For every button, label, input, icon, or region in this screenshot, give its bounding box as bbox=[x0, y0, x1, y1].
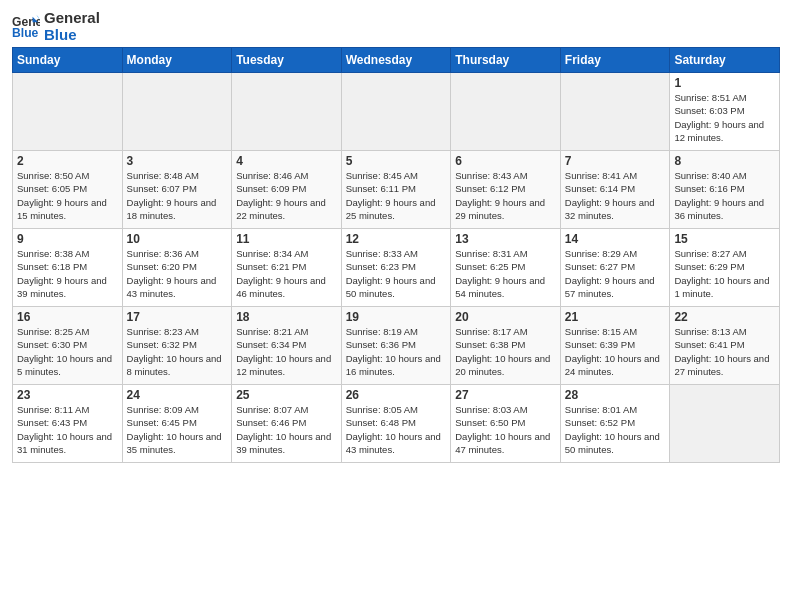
day-cell: 4Sunrise: 8:46 AM Sunset: 6:09 PM Daylig… bbox=[232, 151, 342, 229]
day-number: 11 bbox=[236, 232, 337, 246]
week-row-1: 2Sunrise: 8:50 AM Sunset: 6:05 PM Daylig… bbox=[13, 151, 780, 229]
day-cell bbox=[341, 73, 451, 151]
day-info: Sunrise: 8:46 AM Sunset: 6:09 PM Dayligh… bbox=[236, 169, 337, 222]
day-info: Sunrise: 8:27 AM Sunset: 6:29 PM Dayligh… bbox=[674, 247, 775, 300]
week-row-2: 9Sunrise: 8:38 AM Sunset: 6:18 PM Daylig… bbox=[13, 229, 780, 307]
day-info: Sunrise: 8:50 AM Sunset: 6:05 PM Dayligh… bbox=[17, 169, 118, 222]
col-header-wednesday: Wednesday bbox=[341, 48, 451, 73]
day-number: 26 bbox=[346, 388, 447, 402]
day-number: 9 bbox=[17, 232, 118, 246]
day-info: Sunrise: 8:41 AM Sunset: 6:14 PM Dayligh… bbox=[565, 169, 666, 222]
logo-icon: General Blue bbox=[12, 13, 40, 41]
day-info: Sunrise: 8:15 AM Sunset: 6:39 PM Dayligh… bbox=[565, 325, 666, 378]
col-header-monday: Monday bbox=[122, 48, 232, 73]
day-number: 3 bbox=[127, 154, 228, 168]
day-info: Sunrise: 8:23 AM Sunset: 6:32 PM Dayligh… bbox=[127, 325, 228, 378]
day-info: Sunrise: 8:09 AM Sunset: 6:45 PM Dayligh… bbox=[127, 403, 228, 456]
day-info: Sunrise: 8:19 AM Sunset: 6:36 PM Dayligh… bbox=[346, 325, 447, 378]
day-cell: 11Sunrise: 8:34 AM Sunset: 6:21 PM Dayli… bbox=[232, 229, 342, 307]
day-cell bbox=[451, 73, 561, 151]
header-row-days: SundayMondayTuesdayWednesdayThursdayFrid… bbox=[13, 48, 780, 73]
week-row-3: 16Sunrise: 8:25 AM Sunset: 6:30 PM Dayli… bbox=[13, 307, 780, 385]
day-cell bbox=[560, 73, 670, 151]
col-header-saturday: Saturday bbox=[670, 48, 780, 73]
day-cell: 18Sunrise: 8:21 AM Sunset: 6:34 PM Dayli… bbox=[232, 307, 342, 385]
day-number: 2 bbox=[17, 154, 118, 168]
day-cell: 26Sunrise: 8:05 AM Sunset: 6:48 PM Dayli… bbox=[341, 385, 451, 463]
day-cell: 14Sunrise: 8:29 AM Sunset: 6:27 PM Dayli… bbox=[560, 229, 670, 307]
day-info: Sunrise: 8:03 AM Sunset: 6:50 PM Dayligh… bbox=[455, 403, 556, 456]
day-cell: 24Sunrise: 8:09 AM Sunset: 6:45 PM Dayli… bbox=[122, 385, 232, 463]
day-info: Sunrise: 8:25 AM Sunset: 6:30 PM Dayligh… bbox=[17, 325, 118, 378]
day-number: 5 bbox=[346, 154, 447, 168]
day-info: Sunrise: 8:33 AM Sunset: 6:23 PM Dayligh… bbox=[346, 247, 447, 300]
day-number: 27 bbox=[455, 388, 556, 402]
day-info: Sunrise: 8:11 AM Sunset: 6:43 PM Dayligh… bbox=[17, 403, 118, 456]
day-number: 14 bbox=[565, 232, 666, 246]
day-cell: 16Sunrise: 8:25 AM Sunset: 6:30 PM Dayli… bbox=[13, 307, 123, 385]
day-cell: 21Sunrise: 8:15 AM Sunset: 6:39 PM Dayli… bbox=[560, 307, 670, 385]
logo-blue: Blue bbox=[44, 27, 100, 44]
day-cell: 5Sunrise: 8:45 AM Sunset: 6:11 PM Daylig… bbox=[341, 151, 451, 229]
day-number: 18 bbox=[236, 310, 337, 324]
day-cell: 10Sunrise: 8:36 AM Sunset: 6:20 PM Dayli… bbox=[122, 229, 232, 307]
day-info: Sunrise: 8:31 AM Sunset: 6:25 PM Dayligh… bbox=[455, 247, 556, 300]
day-number: 20 bbox=[455, 310, 556, 324]
calendar-table: SundayMondayTuesdayWednesdayThursdayFrid… bbox=[12, 47, 780, 463]
day-number: 12 bbox=[346, 232, 447, 246]
day-info: Sunrise: 8:07 AM Sunset: 6:46 PM Dayligh… bbox=[236, 403, 337, 456]
day-number: 16 bbox=[17, 310, 118, 324]
day-cell: 8Sunrise: 8:40 AM Sunset: 6:16 PM Daylig… bbox=[670, 151, 780, 229]
day-cell: 22Sunrise: 8:13 AM Sunset: 6:41 PM Dayli… bbox=[670, 307, 780, 385]
day-cell: 19Sunrise: 8:19 AM Sunset: 6:36 PM Dayli… bbox=[341, 307, 451, 385]
day-info: Sunrise: 8:40 AM Sunset: 6:16 PM Dayligh… bbox=[674, 169, 775, 222]
day-cell: 1Sunrise: 8:51 AM Sunset: 6:03 PM Daylig… bbox=[670, 73, 780, 151]
day-number: 24 bbox=[127, 388, 228, 402]
day-info: Sunrise: 8:13 AM Sunset: 6:41 PM Dayligh… bbox=[674, 325, 775, 378]
day-info: Sunrise: 8:45 AM Sunset: 6:11 PM Dayligh… bbox=[346, 169, 447, 222]
day-number: 19 bbox=[346, 310, 447, 324]
day-number: 17 bbox=[127, 310, 228, 324]
logo-general: General bbox=[44, 10, 100, 27]
day-cell: 12Sunrise: 8:33 AM Sunset: 6:23 PM Dayli… bbox=[341, 229, 451, 307]
day-cell: 6Sunrise: 8:43 AM Sunset: 6:12 PM Daylig… bbox=[451, 151, 561, 229]
day-cell: 9Sunrise: 8:38 AM Sunset: 6:18 PM Daylig… bbox=[13, 229, 123, 307]
day-cell bbox=[122, 73, 232, 151]
main-container: General Blue General Blue SundayMondayTu… bbox=[0, 0, 792, 469]
day-info: Sunrise: 8:43 AM Sunset: 6:12 PM Dayligh… bbox=[455, 169, 556, 222]
day-cell: 15Sunrise: 8:27 AM Sunset: 6:29 PM Dayli… bbox=[670, 229, 780, 307]
day-number: 7 bbox=[565, 154, 666, 168]
day-info: Sunrise: 8:17 AM Sunset: 6:38 PM Dayligh… bbox=[455, 325, 556, 378]
day-cell bbox=[13, 73, 123, 151]
day-cell: 7Sunrise: 8:41 AM Sunset: 6:14 PM Daylig… bbox=[560, 151, 670, 229]
day-cell: 23Sunrise: 8:11 AM Sunset: 6:43 PM Dayli… bbox=[13, 385, 123, 463]
day-info: Sunrise: 8:34 AM Sunset: 6:21 PM Dayligh… bbox=[236, 247, 337, 300]
day-cell: 17Sunrise: 8:23 AM Sunset: 6:32 PM Dayli… bbox=[122, 307, 232, 385]
svg-text:Blue: Blue bbox=[12, 26, 39, 40]
day-info: Sunrise: 8:48 AM Sunset: 6:07 PM Dayligh… bbox=[127, 169, 228, 222]
day-cell: 2Sunrise: 8:50 AM Sunset: 6:05 PM Daylig… bbox=[13, 151, 123, 229]
day-number: 22 bbox=[674, 310, 775, 324]
day-number: 23 bbox=[17, 388, 118, 402]
day-info: Sunrise: 8:29 AM Sunset: 6:27 PM Dayligh… bbox=[565, 247, 666, 300]
logo: General Blue General Blue bbox=[12, 10, 100, 43]
day-info: Sunrise: 8:51 AM Sunset: 6:03 PM Dayligh… bbox=[674, 91, 775, 144]
col-header-friday: Friday bbox=[560, 48, 670, 73]
day-cell: 13Sunrise: 8:31 AM Sunset: 6:25 PM Dayli… bbox=[451, 229, 561, 307]
day-info: Sunrise: 8:36 AM Sunset: 6:20 PM Dayligh… bbox=[127, 247, 228, 300]
day-info: Sunrise: 8:01 AM Sunset: 6:52 PM Dayligh… bbox=[565, 403, 666, 456]
day-cell: 3Sunrise: 8:48 AM Sunset: 6:07 PM Daylig… bbox=[122, 151, 232, 229]
day-number: 8 bbox=[674, 154, 775, 168]
col-header-sunday: Sunday bbox=[13, 48, 123, 73]
day-cell: 28Sunrise: 8:01 AM Sunset: 6:52 PM Dayli… bbox=[560, 385, 670, 463]
day-number: 25 bbox=[236, 388, 337, 402]
col-header-tuesday: Tuesday bbox=[232, 48, 342, 73]
day-number: 13 bbox=[455, 232, 556, 246]
day-info: Sunrise: 8:21 AM Sunset: 6:34 PM Dayligh… bbox=[236, 325, 337, 378]
day-number: 28 bbox=[565, 388, 666, 402]
day-cell: 25Sunrise: 8:07 AM Sunset: 6:46 PM Dayli… bbox=[232, 385, 342, 463]
day-number: 4 bbox=[236, 154, 337, 168]
day-number: 21 bbox=[565, 310, 666, 324]
week-row-0: 1Sunrise: 8:51 AM Sunset: 6:03 PM Daylig… bbox=[13, 73, 780, 151]
day-info: Sunrise: 8:38 AM Sunset: 6:18 PM Dayligh… bbox=[17, 247, 118, 300]
